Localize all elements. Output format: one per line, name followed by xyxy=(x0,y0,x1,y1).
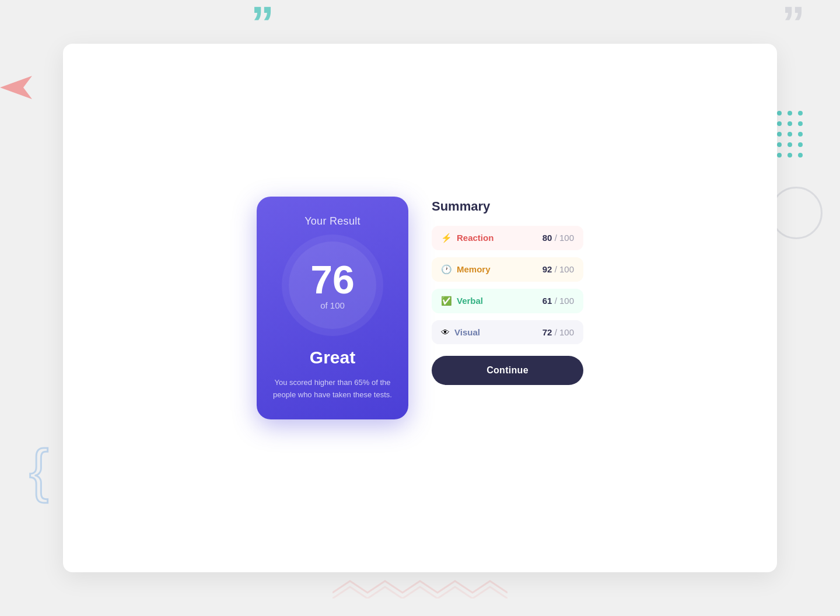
summary-item-memory: 🕐 Memory 92 / 100 xyxy=(432,257,583,282)
verbal-label: Verbal xyxy=(457,296,483,306)
result-title: Your Result xyxy=(304,215,360,228)
reaction-score-total: / 100 xyxy=(555,233,574,243)
continue-button[interactable]: Continue xyxy=(432,356,583,385)
memory-label: Memory xyxy=(457,264,491,274)
deco-quote-teal: ” xyxy=(251,0,274,47)
visual-icon: 👁 xyxy=(441,327,450,337)
deco-zigzag xyxy=(332,575,508,598)
item-left-verbal: ✅ Verbal xyxy=(441,296,483,306)
summary-title: Summary xyxy=(432,199,583,214)
reaction-score: 80 / 100 xyxy=(542,233,574,243)
item-left-visual: 👁 Visual xyxy=(441,327,480,337)
verbal-score-main: 61 xyxy=(542,296,552,306)
svg-marker-0 xyxy=(0,76,32,99)
summary-item-visual: 👁 Visual 72 / 100 xyxy=(432,320,583,344)
verbal-score-total: / 100 xyxy=(555,296,574,306)
deco-circle-right xyxy=(770,187,822,239)
result-grade: Great xyxy=(310,348,355,368)
score-of: of 100 xyxy=(320,300,345,310)
summary-item-reaction: ⚡ Reaction 80 / 100 xyxy=(432,226,583,250)
result-card: Your Result 76 of 100 Great You scored h… xyxy=(257,197,408,420)
visual-score-total: / 100 xyxy=(555,327,574,337)
summary-panel: Summary ⚡ Reaction 80 / 100 � xyxy=(432,197,583,420)
verbal-score: 61 / 100 xyxy=(542,296,574,306)
score-number: 76 xyxy=(310,260,355,299)
deco-quote-right: ” xyxy=(782,0,805,47)
result-description: You scored higher than 65% of the people… xyxy=(271,377,394,401)
summary-items: ⚡ Reaction 80 / 100 🕐 Memory 92 xyxy=(432,226,583,344)
reaction-label: Reaction xyxy=(457,233,494,243)
visual-label: Visual xyxy=(454,327,480,337)
visual-score: 72 / 100 xyxy=(542,327,574,337)
main-panel: Your Result 76 of 100 Great You scored h… xyxy=(63,44,777,572)
score-circle: 76 of 100 xyxy=(289,242,376,329)
memory-score-total: / 100 xyxy=(555,264,574,274)
content-wrapper: Your Result 76 of 100 Great You scored h… xyxy=(257,197,583,420)
memory-score: 92 / 100 xyxy=(542,264,574,274)
summary-item-verbal: ✅ Verbal 61 / 100 xyxy=(432,289,583,313)
item-left-memory: 🕐 Memory xyxy=(441,264,491,275)
verbal-icon: ✅ xyxy=(441,296,452,306)
reaction-icon: ⚡ xyxy=(441,233,452,243)
deco-curly-blue: { xyxy=(29,441,48,499)
memory-score-main: 92 xyxy=(542,264,552,274)
memory-icon: 🕐 xyxy=(441,264,452,275)
item-left-reaction: ⚡ Reaction xyxy=(441,233,494,243)
deco-arrow-pink xyxy=(0,76,32,99)
reaction-score-main: 80 xyxy=(542,233,552,243)
visual-score-main: 72 xyxy=(542,327,552,337)
